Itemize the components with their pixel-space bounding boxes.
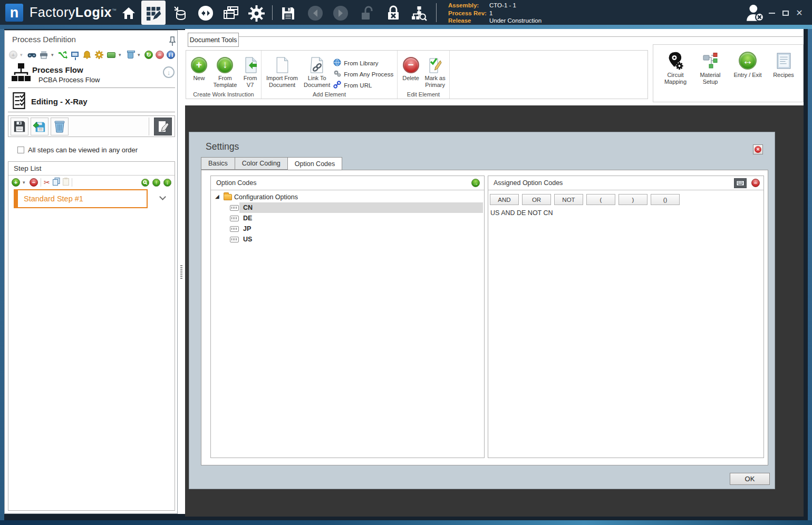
delete-document-button[interactable] [51, 118, 69, 135]
from-url-button[interactable]: From URL [333, 81, 396, 90]
app-logo: n [5, 4, 23, 22]
user-logout-icon[interactable] [745, 4, 766, 22]
zoom-step-icon[interactable] [141, 179, 149, 187]
bell-icon[interactable] [82, 50, 92, 60]
move-step-down-icon[interactable]: ↓ [163, 179, 171, 187]
archive-dropdown-icon[interactable]: ▾ [138, 52, 142, 57]
refresh-icon[interactable]: ↻ [144, 51, 153, 59]
option-code-icon [230, 205, 239, 211]
copy-icon[interactable] [53, 178, 60, 188]
brand-trademark: ™ [112, 8, 117, 13]
add-step-dropdown-icon[interactable]: ▾ [23, 180, 27, 185]
tree-item-cn[interactable]: CN [211, 202, 484, 213]
toolbar-separator [436, 3, 437, 22]
assign-option-code-button[interactable]: → [471, 179, 480, 187]
option-codes-header: Option Codes → [211, 176, 484, 190]
process-designer-icon[interactable] [144, 5, 163, 23]
close-paren-button[interactable]: ) [618, 194, 647, 205]
step-list-item[interactable]: Standard Step #1 [14, 189, 148, 208]
open-paren-button[interactable]: ( [586, 194, 615, 205]
export-dropdown-icon[interactable]: ▾ [119, 52, 123, 57]
entry-exit-button[interactable]: ↔ Entry / Exit [727, 50, 768, 102]
delete-label: Delete [402, 75, 419, 82]
back-icon[interactable] [306, 4, 325, 22]
or-button[interactable]: OR [522, 194, 551, 205]
from-any-process-label: From Any Process [344, 71, 393, 77]
tree-item-us[interactable]: US [211, 234, 484, 245]
group-create-work-instruction: + New ↓ From Template From V7 Create Wor… [186, 51, 262, 99]
material-setup-button[interactable]: Material Setup [693, 50, 727, 102]
editing-checklist-icon [12, 92, 27, 112]
collapse-arrow-icon[interactable]: ↓ [163, 66, 175, 78]
home-icon[interactable] [119, 4, 138, 22]
pause-icon[interactable]: ❙❙ [167, 51, 175, 59]
close-button[interactable]: ✕ [794, 7, 805, 19]
ok-button[interactable]: OK [730, 473, 770, 485]
tab-color-coding[interactable]: Color Coding [235, 157, 288, 170]
paste-icon[interactable] [63, 178, 69, 188]
new-label: New [193, 75, 205, 82]
move-step-up-icon[interactable]: ↑ [152, 179, 160, 187]
tab-document-tools[interactable]: Document Tools [188, 33, 239, 47]
clear-expression-button[interactable]: − [751, 179, 760, 187]
pin-icon[interactable] [169, 36, 176, 48]
delete-minus-icon: − [403, 57, 419, 73]
import-save-button[interactable] [31, 118, 49, 135]
tab-strip-line [238, 36, 803, 37]
tree-item-jp[interactable]: JP [211, 223, 484, 234]
maximize-button[interactable] [780, 7, 791, 19]
primary-check-document-icon [428, 55, 442, 74]
separator [72, 178, 72, 187]
save-icon[interactable] [278, 4, 297, 22]
add-dropdown-icon[interactable]: ▾ [20, 52, 24, 57]
tree-item-de[interactable]: DE [211, 213, 484, 223]
save-document-button[interactable] [11, 118, 28, 135]
circuit-mapping-button[interactable]: Circuit Mapping [658, 50, 693, 102]
tree-root-row[interactable]: ◢ Configuration Options [211, 192, 484, 202]
settings-gear-icon[interactable] [247, 4, 266, 22]
minimize-button[interactable] [766, 7, 778, 19]
settings-tab-content: Option Codes → ◢ Configuration Options C… [201, 170, 768, 465]
production-icon[interactable] [171, 4, 190, 22]
transfer-icon[interactable] [196, 4, 215, 22]
tree-item-label: JP [243, 225, 251, 232]
archive-trash-icon[interactable] [125, 50, 135, 60]
from-any-process-button[interactable]: From Any Process [333, 70, 396, 79]
cut-icon[interactable]: ✂ [44, 178, 50, 187]
unlock-icon[interactable] [357, 4, 376, 22]
gears-icon [333, 70, 341, 79]
remove-icon[interactable]: − [156, 51, 164, 59]
paren-pair-button[interactable]: () [651, 194, 680, 205]
not-button[interactable]: NOT [554, 194, 583, 205]
forward-icon[interactable] [331, 4, 350, 22]
entry-exit-arrow-icon: ↔ [739, 52, 757, 70]
step-expand-chevron-icon[interactable] [159, 193, 166, 200]
dialog-close-button[interactable]: ✕ [753, 144, 763, 154]
lock-delete-icon[interactable] [384, 4, 403, 22]
process-audit-icon[interactable] [409, 4, 428, 22]
and-button[interactable]: AND [490, 194, 519, 205]
gear-icon[interactable] [94, 50, 104, 60]
presentation-icon[interactable] [70, 50, 80, 60]
print-dropdown-icon[interactable]: ▾ [51, 52, 55, 57]
tab-basics[interactable]: Basics [201, 157, 235, 170]
from-library-button[interactable]: From Library [333, 59, 396, 67]
remove-step-icon[interactable]: − [30, 178, 38, 187]
print-icon[interactable] [39, 50, 49, 60]
panel-splitter[interactable] [178, 30, 185, 514]
order-checkbox[interactable] [17, 147, 24, 153]
edit-document-button[interactable] [154, 118, 172, 135]
expand-triangle-icon[interactable]: ◢ [215, 193, 219, 199]
tab-option-codes[interactable]: Option Codes [288, 157, 342, 170]
option-codes-header-label: Option Codes [216, 179, 256, 187]
add-step-icon[interactable]: + [12, 178, 20, 187]
documents-icon[interactable] [221, 4, 240, 22]
process-flow-icon [11, 62, 31, 86]
add-icon[interactable]: + [9, 51, 17, 59]
search-binoculars-icon[interactable] [27, 50, 36, 60]
export-folder-icon[interactable] [107, 50, 116, 60]
keyboard-entry-button[interactable] [734, 178, 747, 188]
shuffle-icon[interactable] [58, 50, 67, 60]
recipes-button[interactable]: Recipes [768, 50, 799, 102]
splitter-handle-icon[interactable] [180, 265, 182, 279]
